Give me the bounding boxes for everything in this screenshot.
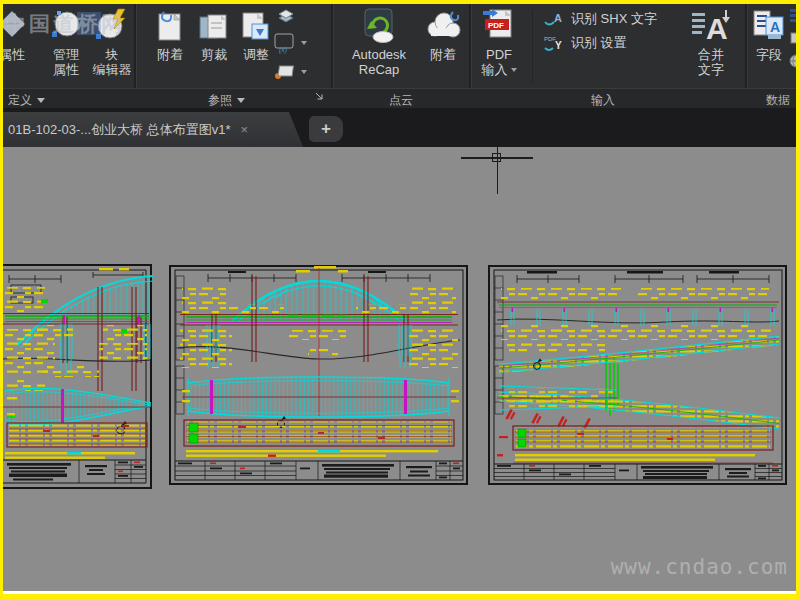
panel-import[interactable]: 输入 — [591, 92, 615, 109]
reference-dialog-launcher[interactable] — [315, 92, 324, 101]
autodesk-recap-button[interactable]: AutodeskReCap — [339, 7, 419, 77]
clip-icon — [197, 7, 231, 47]
frame-icon: (x) — [273, 32, 297, 54]
tab-close-icon[interactable]: × — [241, 122, 249, 137]
pdf-import-button[interactable]: PDF PDF 输入 — [475, 7, 523, 77]
svg-text:(x): (x) — [279, 46, 287, 54]
svg-text:A: A — [554, 12, 562, 24]
frame-dropdown-arrow[interactable] — [301, 41, 307, 45]
attach-icon — [154, 7, 186, 47]
ribbon: 中国道桥网 属性 管理属性 块编辑器 附着 — [3, 4, 796, 108]
pdf-icon: PDF — [481, 7, 517, 47]
panel-label-row: 定义 参照 点云 输入 数据 — [3, 88, 796, 108]
svg-text:PDF: PDF — [488, 21, 504, 30]
attach-button[interactable]: 附着 — [149, 7, 191, 62]
snap-dropdown-arrow[interactable] — [301, 70, 307, 74]
bottom-white-strip — [3, 591, 796, 594]
field-button[interactable]: A 字段 — [749, 7, 789, 62]
recognition-settings-icon: PDFY — [543, 34, 565, 52]
frame-button[interactable]: (x) — [273, 32, 297, 54]
launcher-arrow-icon — [315, 92, 324, 101]
panel-define[interactable]: 定义 — [8, 92, 45, 109]
chevron-down-icon — [37, 98, 45, 103]
adjust-button[interactable]: 调整 — [235, 7, 277, 62]
data-panel-edge-icons — [789, 8, 796, 68]
new-tab-button[interactable]: + — [309, 116, 343, 142]
underlay-layers-button[interactable] — [275, 8, 297, 28]
attach-pointcloud-button[interactable]: 附着 — [421, 7, 465, 62]
pdf-dropdown-arrow[interactable] — [511, 68, 517, 72]
drawing-sheet-right — [487, 264, 790, 486]
drawing-tab-active[interactable]: 01B-102-03-...创业大桥 总体布置图v1* × — [3, 112, 303, 147]
clip-button[interactable]: 剪裁 — [193, 7, 235, 62]
recognize-shx-button[interactable]: A 识别 SHX 文字 — [543, 10, 657, 28]
recognize-shx-icon: A — [543, 10, 565, 28]
watermark-top-left: 中国道桥网 — [5, 10, 125, 38]
sub-separator — [532, 10, 533, 84]
underlay-layers-icon — [275, 8, 297, 28]
pickbox-cursor — [492, 153, 501, 162]
adjust-icon — [239, 7, 273, 47]
panel-pointcloud[interactable]: 点云 — [389, 92, 413, 109]
recap-icon — [361, 7, 397, 47]
field-icon: A — [751, 7, 787, 47]
doc-icon — [790, 32, 796, 44]
globe-icon — [789, 54, 796, 68]
drawing-canvas[interactable]: www.cndao.com — [3, 147, 796, 591]
chevron-down-icon — [237, 98, 245, 103]
watermark-bottom-right: www.cndao.com — [611, 555, 788, 579]
recognition-settings-button[interactable]: PDFY 识别 设置 — [543, 34, 627, 52]
panel-data[interactable]: 数据 — [766, 92, 790, 109]
drawing-tab-bar: 01B-102-03-...创业大桥 总体布置图v1* × + — [3, 108, 796, 147]
svg-text:Y: Y — [555, 40, 562, 51]
snap-underlay-icon — [273, 62, 297, 82]
application-window: 中国道桥网 属性 管理属性 块编辑器 附着 — [3, 4, 796, 591]
drawing-tab-title: 01B-102-03-...创业大桥 总体布置图v1* — [3, 121, 231, 139]
snap-underlay-button[interactable] — [273, 62, 297, 82]
svg-text:A: A — [770, 19, 780, 35]
cloud-attach-icon — [423, 7, 463, 47]
list-icon — [790, 8, 796, 22]
drawing-sheet-middle — [168, 264, 469, 486]
svg-text:A: A — [706, 12, 728, 45]
panel-reference[interactable]: 参照 — [208, 92, 245, 109]
drawing-sheet-left — [3, 263, 153, 490]
combine-text-button[interactable]: A 合并文字 — [685, 7, 737, 77]
combine-text-icon: A — [690, 7, 732, 47]
